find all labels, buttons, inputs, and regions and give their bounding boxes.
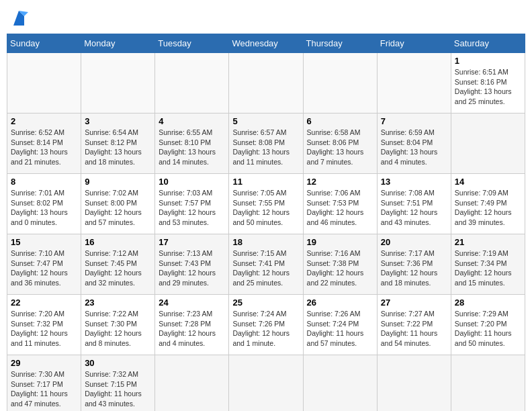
day-info: Sunrise: 6:58 AM Sunset: 8:06 PM Dayligh… [307,128,373,167]
calendar-cell [7,53,81,113]
day-number: 13 [381,177,447,187]
calendar-cell: 26Sunrise: 7:26 AM Sunset: 7:24 PM Dayli… [303,295,377,355]
day-number: 18 [232,237,299,247]
day-number: 11 [232,177,299,187]
week-row-2: 2Sunrise: 6:52 AM Sunset: 8:14 PM Daylig… [7,113,525,174]
col-header-sunday: Sunday [7,34,81,53]
day-info: Sunrise: 7:29 AM Sunset: 7:20 PM Dayligh… [455,309,521,349]
header-row: SundayMondayTuesdayWednesdayThursdayFrid… [7,34,525,53]
calendar-cell [229,53,303,113]
day-info: Sunrise: 7:23 AM Sunset: 7:28 PM Dayligh… [159,309,225,349]
day-info: Sunrise: 7:08 AM Sunset: 7:51 PM Dayligh… [381,188,447,228]
day-number: 4 [159,116,225,126]
day-info: Sunrise: 7:09 AM Sunset: 7:49 PM Dayligh… [455,188,521,228]
day-number: 7 [381,116,447,126]
calendar-cell: 24Sunrise: 7:23 AM Sunset: 7:28 PM Dayli… [155,295,229,355]
day-info: Sunrise: 7:12 AM Sunset: 7:45 PM Dayligh… [85,248,151,288]
calendar-cell [155,53,229,113]
calendar-cell [303,355,377,412]
calendar-cell: 22Sunrise: 7:20 AM Sunset: 7:32 PM Dayli… [7,295,81,355]
day-info: Sunrise: 7:10 AM Sunset: 7:47 PM Dayligh… [11,248,77,288]
calendar-cell: 27Sunrise: 7:27 AM Sunset: 7:22 PM Dayli… [377,295,451,355]
day-number: 15 [11,237,77,247]
day-number: 2 [11,116,77,126]
day-number: 20 [381,237,447,247]
week-row-3: 8Sunrise: 7:01 AM Sunset: 8:02 PM Daylig… [7,174,525,234]
calendar-cell [303,53,377,113]
week-row-4: 15Sunrise: 7:10 AM Sunset: 7:47 PM Dayli… [7,234,525,295]
calendar-cell: 16Sunrise: 7:12 AM Sunset: 7:45 PM Dayli… [81,234,155,295]
day-info: Sunrise: 7:03 AM Sunset: 7:57 PM Dayligh… [159,188,225,228]
day-number: 10 [159,177,225,187]
calendar-cell: 3Sunrise: 6:54 AM Sunset: 8:12 PM Daylig… [81,113,155,174]
day-info: Sunrise: 7:01 AM Sunset: 8:02 PM Dayligh… [11,188,77,228]
day-number: 1 [455,56,521,66]
day-number: 26 [307,298,373,308]
calendar-cell [155,355,229,412]
calendar-cell: 18Sunrise: 7:15 AM Sunset: 7:41 PM Dayli… [229,234,303,295]
calendar-table: SundayMondayTuesdayWednesdayThursdayFrid… [7,34,525,411]
calendar-cell [451,113,525,174]
calendar-cell: 6Sunrise: 6:58 AM Sunset: 8:06 PM Daylig… [303,113,377,174]
col-header-saturday: Saturday [451,34,525,53]
calendar-cell: 28Sunrise: 7:29 AM Sunset: 7:20 PM Dayli… [451,295,525,355]
calendar-cell: 12Sunrise: 7:06 AM Sunset: 7:53 PM Dayli… [303,174,377,234]
day-info: Sunrise: 7:30 AM Sunset: 7:17 PM Dayligh… [11,369,77,409]
calendar-cell: 29Sunrise: 7:30 AM Sunset: 7:17 PM Dayli… [7,355,81,412]
day-number: 27 [381,298,447,308]
day-number: 23 [85,298,151,308]
calendar-cell [81,53,155,113]
day-number: 19 [307,237,373,247]
calendar-cell [229,355,303,412]
week-row-6: 29Sunrise: 7:30 AM Sunset: 7:17 PM Dayli… [7,355,525,412]
logo [7,9,28,28]
day-info: Sunrise: 6:55 AM Sunset: 8:10 PM Dayligh… [159,128,225,167]
day-info: Sunrise: 7:19 AM Sunset: 7:34 PM Dayligh… [455,248,521,288]
day-info: Sunrise: 7:15 AM Sunset: 7:41 PM Dayligh… [232,248,299,288]
day-number: 12 [307,177,373,187]
week-row-1: 1Sunrise: 6:51 AM Sunset: 8:16 PM Daylig… [7,53,525,113]
col-header-thursday: Thursday [303,34,377,53]
day-info: Sunrise: 7:24 AM Sunset: 7:26 PM Dayligh… [232,309,299,349]
calendar-cell: 2Sunrise: 6:52 AM Sunset: 8:14 PM Daylig… [7,113,81,174]
day-info: Sunrise: 6:54 AM Sunset: 8:12 PM Dayligh… [85,128,151,167]
day-info: Sunrise: 6:51 AM Sunset: 8:16 PM Dayligh… [455,67,521,107]
day-info: Sunrise: 7:32 AM Sunset: 7:15 PM Dayligh… [85,369,151,409]
day-number: 14 [455,177,521,187]
calendar-cell: 14Sunrise: 7:09 AM Sunset: 7:49 PM Dayli… [451,174,525,234]
header [7,7,525,28]
calendar-cell: 19Sunrise: 7:16 AM Sunset: 7:38 PM Dayli… [303,234,377,295]
calendar-cell: 9Sunrise: 7:02 AM Sunset: 8:00 PM Daylig… [81,174,155,234]
day-info: Sunrise: 6:57 AM Sunset: 8:08 PM Dayligh… [232,128,299,167]
calendar-cell [377,53,451,113]
day-info: Sunrise: 7:16 AM Sunset: 7:38 PM Dayligh… [307,248,373,288]
calendar-cell: 1Sunrise: 6:51 AM Sunset: 8:16 PM Daylig… [451,53,525,113]
day-info: Sunrise: 7:27 AM Sunset: 7:22 PM Dayligh… [381,309,447,349]
day-number: 21 [455,237,521,247]
day-number: 17 [159,237,225,247]
calendar-cell: 20Sunrise: 7:17 AM Sunset: 7:36 PM Dayli… [377,234,451,295]
calendar-cell: 21Sunrise: 7:19 AM Sunset: 7:34 PM Dayli… [451,234,525,295]
calendar-cell: 7Sunrise: 6:59 AM Sunset: 8:04 PM Daylig… [377,113,451,174]
logo-icon [9,9,28,28]
calendar-cell: 30Sunrise: 7:32 AM Sunset: 7:15 PM Dayli… [81,355,155,412]
day-number: 22 [11,298,77,308]
day-number: 24 [159,298,225,308]
page: SundayMondayTuesdayWednesdayThursdayFrid… [7,7,525,411]
day-info: Sunrise: 7:22 AM Sunset: 7:30 PM Dayligh… [85,309,151,349]
day-info: Sunrise: 6:59 AM Sunset: 8:04 PM Dayligh… [381,128,447,167]
calendar-cell: 25Sunrise: 7:24 AM Sunset: 7:26 PM Dayli… [229,295,303,355]
calendar-cell: 11Sunrise: 7:05 AM Sunset: 7:55 PM Dayli… [229,174,303,234]
day-info: Sunrise: 7:20 AM Sunset: 7:32 PM Dayligh… [11,309,77,349]
calendar-cell: 10Sunrise: 7:03 AM Sunset: 7:57 PM Dayli… [155,174,229,234]
day-number: 28 [455,298,521,308]
calendar-cell: 13Sunrise: 7:08 AM Sunset: 7:51 PM Dayli… [377,174,451,234]
calendar-cell: 23Sunrise: 7:22 AM Sunset: 7:30 PM Dayli… [81,295,155,355]
day-number: 8 [11,177,77,187]
col-header-tuesday: Tuesday [155,34,229,53]
calendar-cell: 17Sunrise: 7:13 AM Sunset: 7:43 PM Dayli… [155,234,229,295]
day-number: 25 [232,298,299,308]
day-number: 16 [85,237,151,247]
col-header-wednesday: Wednesday [229,34,303,53]
calendar-cell: 4Sunrise: 6:55 AM Sunset: 8:10 PM Daylig… [155,113,229,174]
